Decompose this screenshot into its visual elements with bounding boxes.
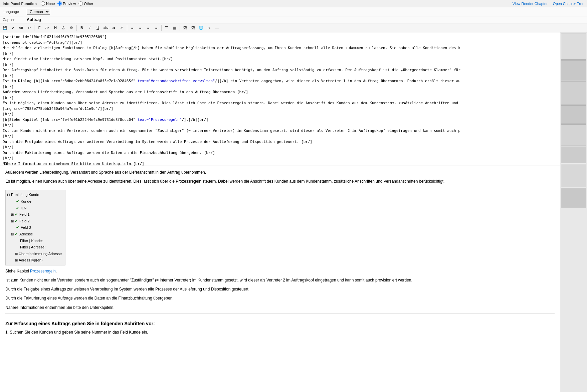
tree-expand-icon[interactable]: ⊞ xyxy=(11,212,14,217)
tree-expand-icon[interactable]: ⊞ xyxy=(15,258,18,263)
dash-btn[interactable]: — xyxy=(213,24,221,31)
gear-btn[interactable]: ⚙ xyxy=(68,24,75,31)
info-panel-label: Info Panel Function xyxy=(3,2,37,6)
source-line: [b]Siehe Kapitel [lnk src="fe4fd01b22244… xyxy=(3,117,557,123)
align-center-btn[interactable]: ≡ xyxy=(137,24,144,31)
caption-value: Auftrag xyxy=(27,17,41,22)
font-btn[interactable]: F xyxy=(36,24,43,31)
mini-preview-6 xyxy=(561,147,586,163)
source-line: Ist im Dialog [b][lnk src="c3dbde2cbb084… xyxy=(3,78,557,84)
font-size-btn[interactable]: A+ xyxy=(44,24,51,31)
highlight-btn[interactable]: A̲ xyxy=(60,24,67,31)
editor-source[interactable]: [section id="f0bcfd1621444f6f9f24bc93051… xyxy=(0,32,560,166)
source-line: Hier findet eine Unterscheidung zwischen… xyxy=(3,56,557,62)
tree-node: ✔Feld 3 xyxy=(7,224,64,231)
underline-btn[interactable]: U xyxy=(94,24,102,31)
radio-none-input[interactable] xyxy=(41,1,45,6)
justify-btn[interactable]: ≡ xyxy=(153,24,160,31)
image-btn[interactable]: 🖼 xyxy=(181,24,189,31)
superscript-btn[interactable]: x² xyxy=(118,24,126,31)
heading-btn[interactable]: H xyxy=(52,24,59,31)
tree-node-label: Filter | Kunde: xyxy=(20,238,43,244)
bold-btn[interactable]: B xyxy=(78,24,85,31)
toolbar-sep-1 xyxy=(34,25,34,31)
radio-preview[interactable]: Preview xyxy=(57,1,76,6)
right-panel xyxy=(560,32,587,392)
tree-expand-icon[interactable]: ⊞ xyxy=(15,251,18,257)
tree-node: ⊞✔Feld 1 xyxy=(7,211,64,218)
source-line: [br/] xyxy=(3,145,557,150)
caption-label: Caption xyxy=(3,18,23,22)
image2-btn[interactable]: 🖼 xyxy=(189,24,197,31)
preview-para3-pre: Siehe Kapitel xyxy=(5,269,30,273)
radio-preview-input[interactable] xyxy=(57,1,62,6)
tree-node-label: ILN xyxy=(21,205,26,211)
preview-para3-post: . xyxy=(56,269,57,273)
tree-expand-root: ⊟ xyxy=(7,192,10,198)
tree-check-icon: ✔ xyxy=(16,225,19,231)
tree-node-label: Übereinstimmung Adresse xyxy=(19,251,62,257)
editor-preview[interactable]: Außerdem werden Lieferbedingung, Versand… xyxy=(0,166,560,392)
toolbar-sep-5 xyxy=(180,25,180,31)
mini-preview-2 xyxy=(561,60,586,80)
tree-expand-icon[interactable]: ⊞ xyxy=(11,219,14,224)
tree-expand-icon[interactable]: ⊟ xyxy=(11,232,14,237)
tree-container: ⊟ Ermittlung Kunde ✔Kunde✔ILN⊞✔Feld 1⊞✔F… xyxy=(5,190,65,265)
source-line: Nähere Informationen entnehmen Sie bitte… xyxy=(3,161,557,166)
top-bar: Info Panel Function None Preview Other V… xyxy=(0,0,587,7)
source-line: [screenshot caption="Auftrag"/][br/] xyxy=(3,40,557,46)
top-bar-left: Info Panel Function None Preview Other xyxy=(3,1,93,6)
tree-node-label: Filter | Adresse: xyxy=(20,244,45,250)
list-btn[interactable]: ☰ xyxy=(163,24,170,31)
source-line: [br/] xyxy=(3,51,557,57)
view-render-chapter-link[interactable]: View Render Chapter xyxy=(513,2,548,6)
undo-btn[interactable]: ↩ xyxy=(25,24,33,31)
source-line: [br/] xyxy=(3,95,557,101)
source-line: [img src="7988e775bbb3460a964a7eaafdc11e… xyxy=(3,106,557,112)
radio-other-input[interactable] xyxy=(78,1,83,6)
mini-preview-3 xyxy=(561,81,586,105)
language-select[interactable]: German English French xyxy=(27,9,50,15)
ab-btn[interactable]: AB xyxy=(17,24,25,31)
language-label: Language xyxy=(3,10,23,14)
preview-para1: Außerdem werden Lieferbedingung, Versand… xyxy=(5,169,555,176)
strikethrough-btn[interactable]: abc xyxy=(102,24,110,31)
toolbar-sep-2 xyxy=(76,25,77,31)
preview-para8: 1. Suchen Sie den Kunden und geben Sie s… xyxy=(5,329,555,336)
source-line: [br/] xyxy=(3,84,557,90)
check-btn[interactable]: ✔ xyxy=(9,24,17,31)
source-line: Es ist möglich, einen Kunden auch über s… xyxy=(3,101,557,106)
preview-para4: Ist zum Kunden nicht nur ein Vertreter, … xyxy=(5,277,555,283)
radio-preview-label: Preview xyxy=(63,2,76,6)
subscript-btn[interactable]: x₂ xyxy=(110,24,118,31)
prozessregeln-link[interactable]: Prozessregeln xyxy=(30,269,56,273)
toolbar-sep-3 xyxy=(127,25,127,31)
tree-node-label: Feld 3 xyxy=(21,225,31,231)
play-btn[interactable]: ▷ xyxy=(205,24,213,31)
tree-check-icon: ✔ xyxy=(16,205,19,211)
tree-check-icon: ✔ xyxy=(16,199,19,205)
link-btn[interactable]: 🌐 xyxy=(197,24,205,31)
source-line: Außerdem werden Lieferbedingung, Versand… xyxy=(3,89,557,95)
table-btn[interactable]: ▦ xyxy=(171,24,178,31)
align-right-btn[interactable]: ≡ xyxy=(145,24,152,31)
mini-preview-4 xyxy=(561,105,586,124)
radio-other[interactable]: Other xyxy=(78,1,93,6)
source-line: [br/] xyxy=(3,112,557,117)
tree-check-icon: ✔ xyxy=(15,231,18,237)
radio-none[interactable]: None xyxy=(41,1,55,6)
preview-para7: Nähere Informationen entnehmen Sie bitte… xyxy=(5,305,555,311)
source-line: [br/] xyxy=(3,123,557,128)
preview-para2: Es ist möglich, einen Kunden auch über s… xyxy=(5,178,555,185)
italic-btn[interactable]: I xyxy=(86,24,93,31)
tree-node: ✔Kunde xyxy=(7,198,64,205)
tree-check-icon: ✔ xyxy=(15,218,18,224)
align-left-btn[interactable]: ≡ xyxy=(129,24,136,31)
tree-check-icon: ✔ xyxy=(15,212,18,218)
save-btn[interactable]: 💾 xyxy=(1,24,9,31)
open-chapter-tree-link[interactable]: Open Chapter Tree xyxy=(553,2,584,6)
heading-divider: Zur Erfassung eines Auftrags gehen Sie i… xyxy=(5,314,555,336)
main-area: [section id="f0bcfd1621444f6f9f24bc93051… xyxy=(0,32,587,392)
tree-node: ⊞✔Feld 2 xyxy=(7,218,64,225)
mini-preview-7 xyxy=(561,164,586,187)
